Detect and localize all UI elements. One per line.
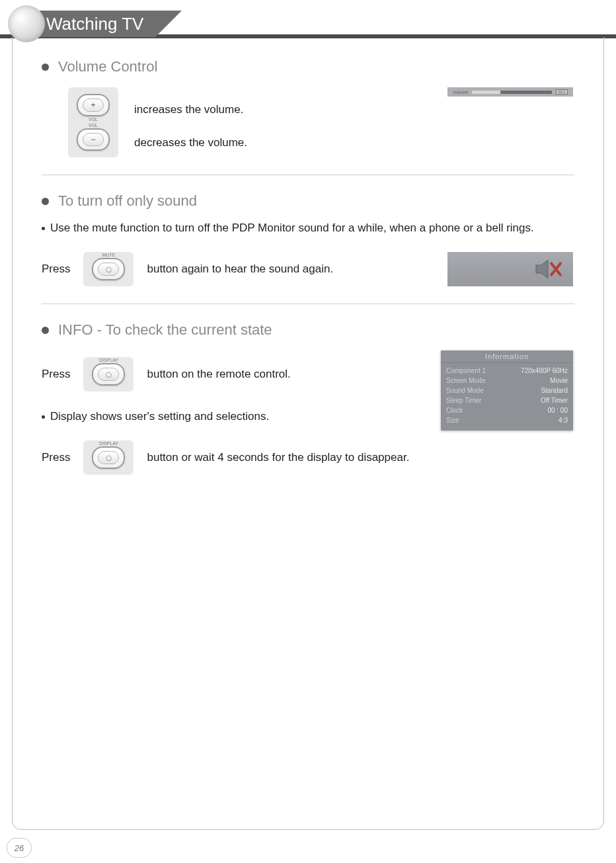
bullet-icon [42,327,49,334]
mute-osd [447,252,573,286]
info-key: Component 1 [446,367,486,374]
minus-icon: − [83,133,104,146]
info-row: Size 4:3 [446,415,568,425]
mute-button[interactable]: ◯ MUTE [92,258,125,280]
bullet-icon [42,198,49,205]
remote-button-panel: ◯ DISPLAY [83,440,134,475]
remote-button-panel: ◯ DISPLAY [83,357,134,391]
info-key: Clock [446,407,463,414]
bullet-icon [42,227,45,230]
mute-body: Use the mute function to turn off the PD… [42,222,574,235]
section-title-text: To turn off only sound [58,192,197,210]
bullet-icon [42,415,45,419]
info-key: Sleep Timer [446,397,481,404]
information-osd-header: Information [441,350,573,363]
increase-text: increases the volume. [134,103,247,116]
info-row: Clock 00 : 00 [446,405,568,415]
mute-speaker-icon [535,259,564,280]
chapter-title: Watching TV [29,11,155,37]
info-block: Press ◯ DISPLAY button on the remote con… [42,357,574,475]
mute-body-text: Use the mute function to turn off the PD… [50,222,534,235]
circle-icon: ◯ [98,451,119,464]
info-key: Sound Mode [446,387,484,394]
volume-descriptions: increases the volume. decreases the volu… [134,87,247,149]
button-caption: VOL [89,123,98,128]
button-caption: DISPLAY [99,358,118,362]
bullet-icon [42,63,49,71]
remote-button-panel: ◯ MUTE [83,252,134,286]
section-title-text: INFO - To check the current state [58,321,272,339]
volume-up-button[interactable]: + VOL [77,94,110,116]
info-key: Size [446,417,459,424]
info-row: Sleep Timer Off Timer [446,395,568,405]
display-button[interactable]: ◯ DISPLAY [92,446,125,469]
remote-button-panel: + VOL − VOL [68,87,118,157]
press-prefix: Press [42,368,70,381]
circle-icon: ◯ [98,368,119,381]
volume-block: + VOL − VOL increases the volume. decrea… [68,87,574,157]
information-osd: Information Component 1 720x480P 60Hz Sc… [441,350,573,431]
manual-page: Watching TV Volume Control + VOL − VOL i… [0,0,616,863]
section-info: INFO - To check the current state [42,321,574,339]
divider [42,175,574,175]
info-value: 00 : 00 [547,407,568,414]
press-prefix: Press [42,263,70,276]
press-prefix: Press [42,451,70,464]
info-value: Movie [550,377,568,384]
button-caption: VOL [89,117,98,122]
press-suffix: button or wait 4 seconds for the display… [147,451,409,464]
info-press-row-2: Press ◯ DISPLAY button or wait 4 seconds… [42,440,574,475]
content-frame: Volume Control + VOL − VOL increases the… [12,37,604,830]
section-title-text: Volume Control [58,58,157,75]
osd-volume-value: 011 [556,89,568,95]
divider [42,304,574,304]
info-row: Sound Mode Standard [446,386,568,395]
information-osd-rows: Component 1 720x480P 60Hz Screen Mode Mo… [441,363,573,431]
info-row: Component 1 720x480P 60Hz [446,366,568,376]
plus-icon: + [83,99,104,112]
info-value: Off Timer [541,397,568,404]
info-value: Standard [541,387,568,394]
button-caption: MUTE [102,253,116,257]
svg-marker-0 [536,260,548,278]
circle-icon: ◯ [98,263,119,276]
mute-press-row: Press ◯ MUTE button again to hear the so… [42,252,574,286]
page-number: 26 [7,838,32,858]
volume-osd: Volume 011 [447,87,573,97]
info-row: Screen Mode Movie [446,376,568,386]
info-key: Screen Mode [446,377,485,384]
button-caption: DISPLAY [99,441,118,446]
volume-down-button[interactable]: − VOL [77,128,110,151]
chapter-header: Watching TV [0,11,616,37]
decrease-text: decreases the volume. [134,136,247,149]
section-volume-control: Volume Control [42,58,574,75]
osd-volume-track [472,91,552,94]
info-body-text: Display shows user's setting and selecti… [50,410,269,423]
osd-volume-label: Volume [453,90,468,95]
section-mute: To turn off only sound [42,192,574,210]
info-value: 720x480P 60Hz [521,367,568,374]
press-suffix: button again to hear the sound again. [147,263,333,276]
display-button[interactable]: ◯ DISPLAY [92,363,125,386]
info-value: 4:3 [558,417,568,424]
press-suffix: button on the remote control. [147,368,290,381]
